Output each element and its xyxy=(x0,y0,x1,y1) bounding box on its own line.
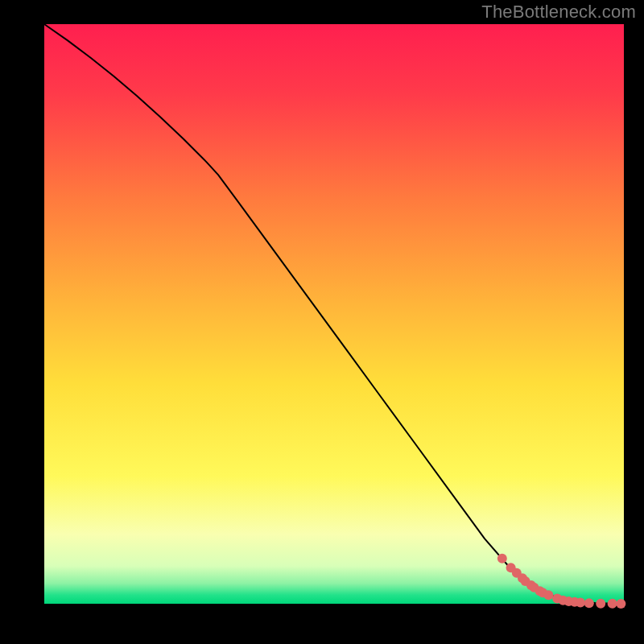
marker-point xyxy=(576,598,585,608)
marker-point xyxy=(596,599,605,609)
plot-background xyxy=(44,24,624,604)
marker-point xyxy=(497,554,507,564)
marker-point xyxy=(608,599,617,609)
marker-point xyxy=(543,590,553,600)
marker-point xyxy=(584,598,594,608)
watermark-text: TheBottleneck.com xyxy=(481,2,636,23)
marker-point xyxy=(616,599,625,609)
bottleneck-chart xyxy=(0,0,644,644)
